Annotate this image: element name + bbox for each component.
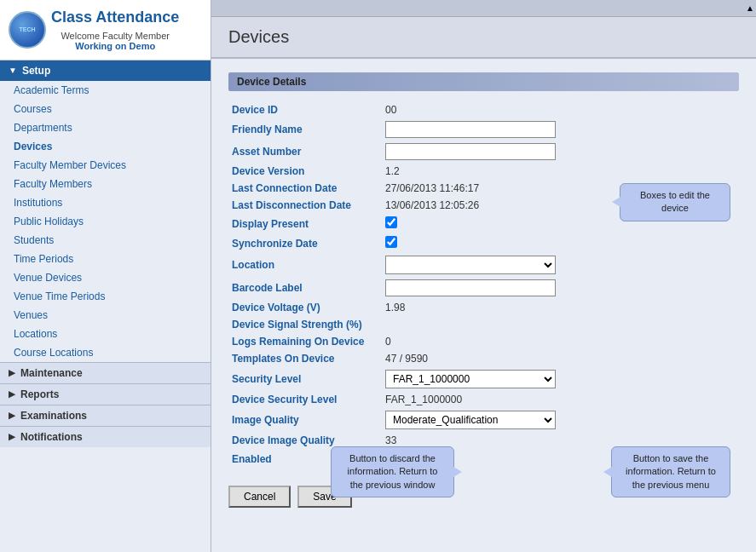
device-signal-label: Device Signal Strength (%) [228, 316, 382, 333]
notifications-arrow-icon: ▶ [9, 432, 15, 441]
location-select[interactable] [385, 256, 556, 274]
reports-label: Reports [20, 388, 59, 400]
maintenance-header[interactable]: ▶ Maintenance [0, 363, 211, 383]
device-signal-value [382, 316, 739, 333]
examinations-label: Examinations [20, 410, 87, 422]
app-logo [9, 11, 46, 49]
sidebar-item-institutions[interactable]: Institutions [0, 193, 211, 212]
reports-arrow-icon: ▶ [9, 389, 15, 399]
notifications-label: Notifications [20, 431, 83, 443]
synchronize-date-checkbox[interactable] [385, 236, 397, 248]
display-present-checkbox[interactable] [385, 216, 397, 228]
device-security-value: FAR_1_1000000 [382, 391, 739, 408]
sidebar-item-venue-devices[interactable]: Venue Devices [0, 268, 211, 287]
save-callout: Button to save the information. Return t… [611, 446, 730, 497]
reports-group: ▶ Reports [0, 383, 211, 405]
sidebar-item-public-holidays[interactable]: Public Holidays [0, 212, 211, 231]
barcode-label-label: Barcode Label [228, 277, 382, 299]
page-title: Devices [228, 27, 289, 47]
examinations-arrow-icon: ▶ [9, 411, 15, 420]
last-connection-label: Last Connection Date [228, 180, 382, 197]
sidebar-item-faculty-member-devices[interactable]: Faculty Member Devices [0, 156, 211, 175]
device-security-label: Device Security Level [228, 391, 382, 408]
security-level-label: Security Level [228, 367, 382, 391]
image-quality-label: Image Quality [228, 408, 382, 432]
sidebar-item-students[interactable]: Students [0, 231, 211, 250]
examinations-group: ▶ Examinations [0, 405, 211, 426]
setup-arrow-icon: ▼ [9, 66, 17, 75]
sidebar-nav: Academic Terms Courses Departments Devic… [0, 81, 211, 362]
image-quality-select[interactable]: Moderate_Qualification [385, 411, 556, 429]
maintenance-group: ▶ Maintenance [0, 362, 211, 383]
sidebar-item-academic-terms[interactable]: Academic Terms [0, 81, 211, 100]
asset-number-label: Asset Number [228, 141, 382, 163]
main-header: Devices [211, 17, 756, 59]
app-title: Class Attendance [51, 9, 179, 27]
sidebar-item-departments[interactable]: Departments [0, 118, 211, 137]
templates-row: Templates On Device 47 / 9590 [228, 350, 739, 367]
app-welcome: Welcome Faculty Member Working on Demo [51, 31, 179, 51]
logs-remaining-value: 0 [382, 333, 739, 350]
display-present-label: Display Present [228, 214, 382, 233]
asset-number-cell [382, 141, 739, 163]
synchronize-date-cell [382, 233, 739, 253]
device-version-row: Device Version 1.2 [228, 163, 739, 180]
sidebar-item-venue-time-periods[interactable]: Venue Time Periods [0, 287, 211, 306]
synchronize-date-label: Synchronize Date [228, 233, 382, 253]
location-row: Location [228, 253, 739, 277]
friendly-name-input[interactable] [385, 121, 556, 138]
maintenance-label: Maintenance [20, 367, 83, 379]
section-bar: Device Details [228, 72, 739, 91]
main-content: ▲ Devices Device Details Device ID 00 Fr… [211, 0, 756, 552]
maintenance-arrow-icon: ▶ [9, 368, 15, 377]
cancel-button[interactable]: Cancel [228, 486, 291, 508]
friendly-name-label: Friendly Name [228, 118, 382, 141]
sidebar-item-courses[interactable]: Courses [0, 100, 211, 118]
sidebar-item-faculty-members[interactable]: Faculty Members [0, 175, 211, 193]
scroll-up-icon[interactable]: ▲ [746, 3, 754, 13]
templates-label: Templates On Device [228, 350, 382, 367]
location-label: Location [228, 253, 382, 277]
setup-section[interactable]: ▼ Setup [0, 60, 211, 81]
security-level-cell: FAR_1_1000000 [382, 367, 739, 391]
sidebar-item-time-periods[interactable]: Time Periods [0, 250, 211, 268]
barcode-label-cell [382, 277, 739, 299]
location-cell [382, 253, 739, 277]
friendly-name-cell [382, 118, 739, 141]
sidebar: Class Attendance Welcome Faculty Member … [0, 0, 211, 552]
device-form: Device ID 00 Friendly Name Asset Number [228, 101, 739, 469]
asset-number-row: Asset Number [228, 141, 739, 163]
device-id-row: Device ID 00 [228, 101, 739, 118]
device-version-value: 1.2 [382, 163, 739, 180]
device-voltage-value: 1.98 [382, 299, 739, 316]
sidebar-item-venues[interactable]: Venues [0, 306, 211, 325]
image-quality-cell: Moderate_Qualification [382, 408, 739, 432]
notifications-group: ▶ Notifications [0, 426, 211, 447]
sidebar-item-course-locations[interactable]: Course Locations [0, 343, 211, 362]
reports-header[interactable]: ▶ Reports [0, 384, 211, 405]
device-security-row: Device Security Level FAR_1_1000000 [228, 391, 739, 408]
edit-callout: Boxes to edit the device [620, 183, 730, 221]
cancel-callout: Button to discard the information. Retur… [331, 446, 454, 497]
barcode-label-input[interactable] [385, 279, 556, 296]
logs-remaining-row: Logs Remaining On Device 0 [228, 333, 739, 350]
sidebar-item-devices[interactable]: Devices [0, 137, 211, 156]
sidebar-header: Class Attendance Welcome Faculty Member … [0, 0, 211, 60]
device-id-label: Device ID [228, 101, 382, 118]
examinations-header[interactable]: ▶ Examinations [0, 405, 211, 426]
last-disconnection-label: Last Disconnection Date [228, 197, 382, 214]
device-voltage-label: Device Voltage (V) [228, 299, 382, 316]
content-wrapper: Device Details Device ID 00 Friendly Nam… [228, 72, 739, 515]
device-id-value: 00 [382, 101, 739, 118]
notifications-header[interactable]: ▶ Notifications [0, 427, 211, 447]
device-voltage-row: Device Voltage (V) 1.98 [228, 299, 739, 316]
device-signal-row: Device Signal Strength (%) [228, 316, 739, 333]
sidebar-item-locations[interactable]: Locations [0, 325, 211, 343]
device-version-label: Device Version [228, 163, 382, 180]
security-level-select[interactable]: FAR_1_1000000 [385, 370, 556, 388]
logs-remaining-label: Logs Remaining On Device [228, 333, 382, 350]
setup-label: Setup [22, 65, 50, 77]
content-area: Device Details Device ID 00 Friendly Nam… [211, 59, 756, 552]
asset-number-input[interactable] [385, 143, 556, 160]
friendly-name-row: Friendly Name [228, 118, 739, 141]
